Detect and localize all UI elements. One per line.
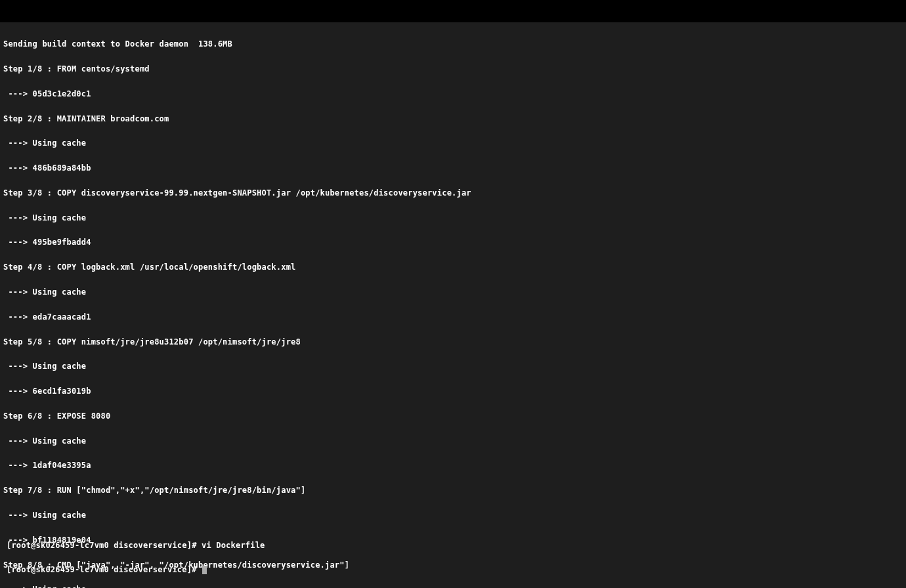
terminal-line: ---> Using cache	[3, 585, 903, 588]
terminal-line: ---> Using cache	[3, 214, 903, 222]
terminal-line: Step 3/8 : COPY discoveryservice-99.99.n…	[3, 189, 903, 198]
terminal-line: ---> 1daf04e3395a	[3, 461, 903, 470]
terminal-line: Step 2/8 : MAINTAINER broadcom.com	[3, 115, 903, 123]
cursor-icon	[202, 566, 207, 574]
terminal-bottom[interactable]: [root@sk026459-lc7vm0 discoverservice]# …	[3, 523, 903, 584]
terminal-line: Sending build context to Docker daemon 1…	[3, 40, 903, 49]
terminal-prompt-line[interactable]: [root@sk026459-lc7vm0 discoverservice]#	[7, 566, 899, 574]
terminal-line: ---> Using cache	[3, 511, 903, 520]
terminal-line: ---> 05d3c1e2d0c1	[3, 90, 903, 98]
terminal-line: Step 5/8 : COPY nimsoft/jre/jre8u312b07 …	[3, 338, 903, 346]
terminal-line: ---> 486b689a84bb	[3, 164, 903, 173]
terminal-line: Step 1/8 : FROM centos/systemd	[3, 65, 903, 74]
window-titlebar	[0, 0, 906, 22]
terminal-line: ---> 495be9fbadd4	[3, 238, 903, 247]
terminal-line: Step 6/8 : EXPOSE 8080	[3, 412, 903, 421]
prompt-text: [root@sk026459-lc7vm0 discoverservice]#	[7, 565, 202, 574]
terminal-line: ---> Using cache	[3, 437, 903, 446]
terminal-line: ---> Using cache	[3, 362, 903, 371]
terminal-line: Step 4/8 : COPY logback.xml /usr/local/o…	[3, 263, 903, 272]
terminal-line: ---> eda7caaacad1	[3, 313, 903, 322]
terminal-line: [root@sk026459-lc7vm0 discoverservice]# …	[7, 541, 899, 550]
terminal-output[interactable]: Sending build context to Docker daemon 1…	[0, 22, 906, 588]
terminal-line: ---> 6ecd1fa3019b	[3, 387, 903, 396]
terminal-line: Step 7/8 : RUN ["chmod","+x","/opt/nimso…	[3, 486, 903, 495]
terminal-line: ---> Using cache	[3, 288, 903, 297]
terminal-line: ---> Using cache	[3, 139, 903, 148]
